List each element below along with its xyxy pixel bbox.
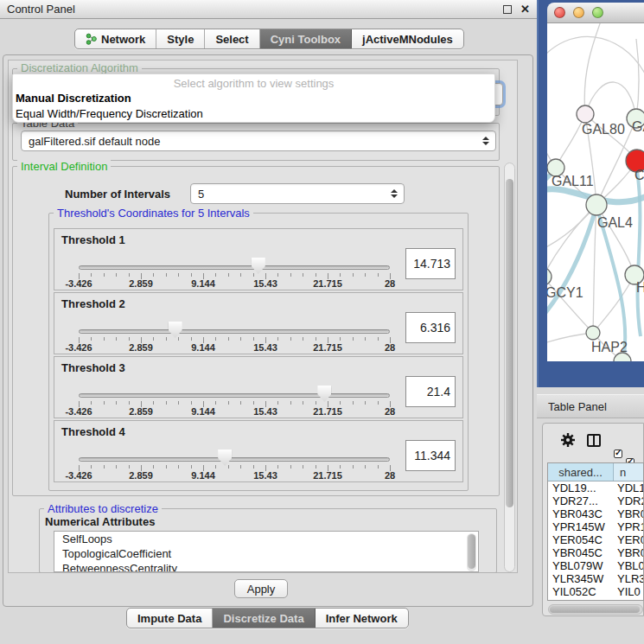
network-canvas-svg: GAL80GACGAL11GAL4GCY1HHAP2 <box>547 23 644 361</box>
table-row[interactable]: YDL19...YDL1 <box>548 481 643 494</box>
slider-tick <box>91 337 92 341</box>
attribute-list-item[interactable]: BetweennessCentrality <box>54 561 478 572</box>
table-hscrollbar-thumb[interactable] <box>550 606 640 613</box>
slider-tick <box>116 401 117 405</box>
network-node-label: C <box>634 168 644 182</box>
table-row[interactable]: YBL079WYBL0 <box>548 559 643 572</box>
network-node-label: H <box>636 280 644 295</box>
slider-tick <box>378 401 379 405</box>
slider-track[interactable] <box>79 265 390 270</box>
attribute-list-item[interactable]: TopologicalCoefficient <box>54 546 478 561</box>
slider-track[interactable] <box>79 393 390 398</box>
float-window-icon[interactable] <box>503 5 512 14</box>
threshold-label: Threshold 2 <box>61 297 125 310</box>
thresholds-group-title: Threshold's Coordinates for 5 Intervals <box>54 207 253 220</box>
slider-tick <box>166 273 167 277</box>
tab-jactivemnodules[interactable]: jActiveMNodules <box>352 29 463 48</box>
tab-cyni-toolbox[interactable]: Cyni Toolbox <box>260 29 352 48</box>
slider-tick <box>253 465 254 469</box>
network-node[interactable] <box>586 326 600 340</box>
numerical-attributes-list[interactable]: SelfLoopsTopologicalCoefficientBetweenne… <box>54 531 479 572</box>
table-row[interactable]: YER054CYER0 <box>548 533 643 546</box>
apply-button[interactable]: Apply <box>234 579 288 598</box>
tab-discretize-data[interactable]: Discretize Data <box>213 609 315 628</box>
slider-thumb[interactable] <box>169 322 182 338</box>
slider-tick <box>153 337 154 341</box>
app-root: Control Panel ✕ Network Style Select Cyn… <box>0 0 644 644</box>
slider-tick <box>116 273 117 277</box>
close-panel-icon[interactable]: ✕ <box>520 5 530 14</box>
threshold-block-1: Threshold 1-3.4262.8599.14415.4321.71528… <box>54 228 463 290</box>
attribute-list-item[interactable]: SelfLoops <box>54 532 478 546</box>
attributes-list-scrollbar[interactable] <box>467 533 476 571</box>
table-row[interactable]: YBR045CYBR0 <box>548 546 643 559</box>
slider-track[interactable] <box>79 457 390 462</box>
tab-select[interactable]: Select <box>205 29 259 48</box>
slider-tick <box>240 401 241 405</box>
select-columns-icon[interactable] <box>614 450 622 458</box>
zoom-traffic-light-icon[interactable] <box>592 7 603 18</box>
settings-scrollbar-thumb[interactable] <box>506 179 513 507</box>
threshold-label: Threshold 1 <box>61 233 125 246</box>
slider-tick <box>228 273 229 277</box>
attributes-group-title: Attributes to discretize <box>44 502 162 515</box>
network-node[interactable] <box>547 268 552 285</box>
table-row[interactable]: YLR345WYLR3 <box>548 572 643 585</box>
tab-select-label: Select <box>215 33 248 46</box>
number-of-intervals-label: Number of Intervals <box>65 183 170 204</box>
network-window-titlebar[interactable] <box>547 3 644 23</box>
algorithm-option-equal-width[interactable]: Equal Width/Frequency Discretization <box>16 106 492 122</box>
slider-tick-label: 21.715 <box>303 470 352 481</box>
slider-tick <box>116 465 117 469</box>
cell-shared-name: YBR043C <box>548 507 614 520</box>
slider-tick <box>129 401 130 405</box>
algorithm-option-manual[interactable]: Manual Discretization <box>16 91 492 106</box>
close-traffic-light-icon[interactable] <box>554 7 565 18</box>
slider-tick <box>166 401 167 405</box>
threshold-value-field[interactable]: 11.344 <box>405 440 456 471</box>
settings-vertical-scrollbar[interactable] <box>504 163 515 572</box>
table-settings-gear-icon[interactable] <box>560 432 576 450</box>
table-header-name[interactable]: n <box>614 463 643 481</box>
number-of-intervals-combo[interactable]: 5 <box>190 183 405 204</box>
table-horizontal-scrollbar[interactable] <box>548 604 643 615</box>
slider-thumb[interactable] <box>218 450 232 466</box>
network-view-canvas[interactable]: GAL80GACGAL11GAL4GCY1HHAP2 <box>547 23 644 361</box>
threshold-value-field[interactable]: 14.713 <box>405 248 456 279</box>
threshold-value-field[interactable]: 21.4 <box>405 376 456 407</box>
network-node-label: GAL11 <box>552 174 594 188</box>
table-data-combo[interactable]: galFiltered.sif default node <box>21 131 496 151</box>
cell-name: YDL1 <box>614 481 643 494</box>
table-row[interactable]: YPR145WYPR1 <box>548 520 643 533</box>
slider-tick <box>228 465 229 469</box>
slider-thumb[interactable] <box>252 258 265 274</box>
tab-infer-network[interactable]: Infer Network <box>316 609 408 628</box>
slider-tick <box>316 401 316 405</box>
tab-impute-data[interactable]: Impute Data <box>127 609 213 628</box>
slider-tick <box>340 273 341 277</box>
slider-tick <box>253 401 254 405</box>
table-header-shared-name[interactable]: shared... <box>548 463 614 481</box>
table-row[interactable]: YIL052CYIL0 <box>548 585 643 598</box>
slider-tick <box>228 401 229 405</box>
discretization-algorithm-title: Discretization Algorithm <box>17 61 142 74</box>
slider-tick <box>340 465 341 469</box>
slider-tick <box>240 465 241 469</box>
table-row[interactable]: YDR27...YDR2 <box>548 494 643 507</box>
network-node[interactable] <box>586 194 607 215</box>
table-row[interactable]: YBR043CYBR0 <box>548 507 643 520</box>
minimize-traffic-light-icon[interactable] <box>573 7 584 18</box>
threshold-label: Threshold 3 <box>61 361 125 374</box>
column-layout-icon[interactable] <box>587 434 601 447</box>
tab-network[interactable]: Network <box>75 29 156 48</box>
attributes-list-scrollbar-thumb[interactable] <box>468 534 475 569</box>
network-node-label: GA <box>632 119 644 134</box>
slider-thumb[interactable] <box>317 386 331 402</box>
network-node[interactable] <box>577 105 594 123</box>
slider-track[interactable] <box>79 329 390 334</box>
tab-style[interactable]: Style <box>156 29 205 48</box>
threshold-value-field[interactable]: 6.316 <box>405 312 456 343</box>
threshold-label: Threshold 4 <box>61 425 125 438</box>
table-panel-titlebar: Table Panel <box>537 394 644 418</box>
slider-tick <box>316 465 316 469</box>
